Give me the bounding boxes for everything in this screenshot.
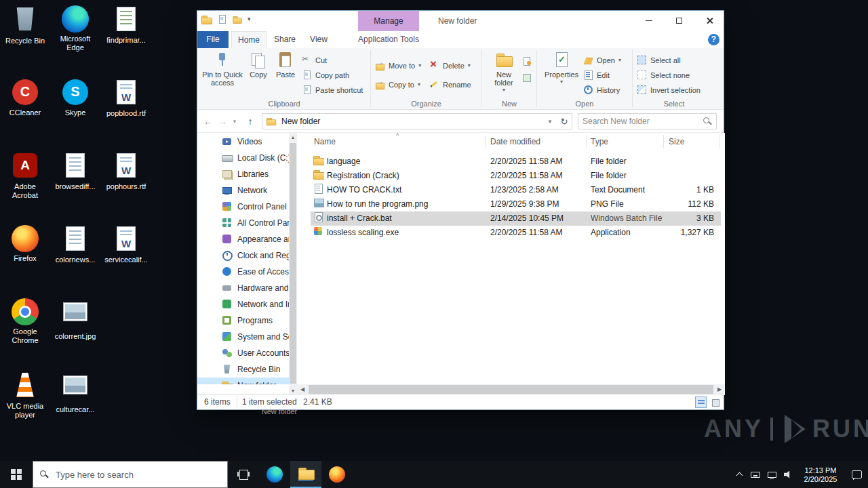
desktop-icon-adobe-acrobat[interactable]: Adobe Acrobat <box>1 152 50 200</box>
taskbar-search-input[interactable] <box>53 470 222 480</box>
select-none-button[interactable]: Select none <box>637 68 690 81</box>
copy-to-button[interactable]: Copy to ▾ <box>375 78 420 91</box>
nav-item-ease-of-access[interactable]: Ease of Access <box>197 264 289 280</box>
nav-item-appearance[interactable]: Appearance an <box>197 231 289 247</box>
desktop-icon-microsoft-edge[interactable]: Microsoft Edge <box>51 5 100 52</box>
file-row-lossless-scaling-exe[interactable]: lossless scaling.exe 2/20/2025 11:58 AM … <box>311 226 721 240</box>
desktop-icon-browsediff[interactable]: browsediff... <box>51 152 100 191</box>
desktop-icon-findprimar[interactable]: findprimar... <box>102 5 151 45</box>
title-bar[interactable]: ▾ Manage New folder <box>197 11 724 31</box>
nav-item-system-security[interactable]: System and Se <box>197 329 289 345</box>
thumbnail-view-button[interactable] <box>709 396 721 408</box>
nav-item-all-control-panel-items[interactable]: All Control Par <box>197 215 289 231</box>
file-row-language[interactable]: language 2/20/2025 11:58 AM File folder <box>311 155 721 169</box>
column-separator[interactable] <box>486 135 486 148</box>
back-button[interactable]: ← <box>201 115 215 128</box>
desktop-icon-google-chrome[interactable]: Google Chrome <box>1 298 50 345</box>
desktop-icon-recycle-bin[interactable]: Recycle Bin <box>1 5 50 45</box>
desktop-icon-colorrent[interactable]: colorrent.jpg <box>51 298 100 341</box>
maximize-button[interactable] <box>664 11 694 30</box>
edit-button[interactable]: Edit <box>583 68 610 81</box>
file-row-how-to-run-the-program-png[interactable]: How to run the program.png 1/29/2025 9:3… <box>311 197 721 211</box>
nav-item-network[interactable]: Network <box>197 182 289 199</box>
desktop-icon-ccleaner[interactable]: CCleaner <box>1 79 50 117</box>
taskbar-edge-button[interactable] <box>259 461 290 488</box>
desktop-icon-popblood[interactable]: popblood.rtf <box>102 79 151 118</box>
start-button[interactable] <box>0 461 33 488</box>
move-to-button[interactable]: Move to ▾ <box>375 59 421 72</box>
horizontal-scrollbar-thumb[interactable] <box>309 385 713 394</box>
column-header-date-modified[interactable]: Date modified <box>490 133 540 150</box>
nav-scrollbar-thumb[interactable] <box>290 143 296 384</box>
search-box[interactable] <box>578 113 717 129</box>
qat-properties-icon[interactable] <box>217 14 227 24</box>
delete-button[interactable]: Delete ▾ <box>429 59 471 72</box>
column-separator[interactable] <box>586 135 587 148</box>
taskbar-search[interactable] <box>33 461 228 488</box>
tab-home[interactable]: Home <box>231 31 267 48</box>
properties-button[interactable]: Properties ▾ <box>542 51 580 85</box>
tray-volume-button[interactable] <box>780 461 796 488</box>
forward-button[interactable]: → <box>216 115 229 128</box>
column-header-type[interactable]: Type <box>591 133 608 150</box>
details-view-button[interactable] <box>695 396 707 408</box>
column-header-name[interactable]: Name <box>314 133 336 150</box>
copy-button[interactable]: Copy <box>245 51 272 79</box>
recent-locations-button[interactable]: ▾ <box>230 115 239 128</box>
paste-shortcut-button[interactable]: Paste shortcut <box>302 83 363 96</box>
nav-item-recycle-bin[interactable]: Recycle Bin <box>197 361 289 378</box>
nav-item-control-panel[interactable]: Control Panel <box>197 199 289 215</box>
nav-item-user-accounts[interactable]: User Accounts <box>197 345 289 361</box>
scroll-up-icon[interactable]: ▲ <box>289 133 297 142</box>
qat-new-folder-icon[interactable] <box>233 16 242 24</box>
invert-selection-button[interactable]: Invert selection <box>637 83 701 96</box>
easy-access-button[interactable] <box>521 71 532 84</box>
taskbar-firefox-button[interactable] <box>321 461 353 488</box>
address-box[interactable]: New folder ▾ ↻ <box>262 113 572 129</box>
copy-path-button[interactable]: Copy path <box>302 68 349 81</box>
nav-item-clock-region[interactable]: Clock and Regi <box>197 247 289 264</box>
tab-share[interactable]: Share <box>268 31 302 48</box>
desktop-icon-vlc[interactable]: VLC media player <box>1 371 50 420</box>
up-button[interactable]: ↑ <box>243 115 257 128</box>
nav-item-new-folder[interactable]: New folder <box>197 378 289 384</box>
file-row-registration-crack[interactable]: Registration (Crack) 2/20/2025 11:58 AM … <box>311 169 721 183</box>
select-all-button[interactable]: Select all <box>637 54 681 66</box>
tab-file[interactable]: File <box>197 31 229 48</box>
nav-item-programs[interactable]: Programs <box>197 312 289 329</box>
address-dropdown-button[interactable]: ▾ <box>543 118 557 125</box>
taskbar-clock[interactable]: 12:13 PM 2/20/2025 <box>796 466 845 484</box>
address-path[interactable]: New folder <box>277 117 543 126</box>
refresh-button[interactable]: ↻ <box>557 117 572 127</box>
new-item-button[interactable] <box>521 55 532 68</box>
taskbar-file-explorer-button[interactable] <box>290 461 321 488</box>
tab-view[interactable]: View <box>303 31 334 48</box>
tray-network-button[interactable] <box>764 461 780 488</box>
nav-item-libraries[interactable]: Libraries <box>197 166 289 182</box>
file-row-how-to-crack-txt[interactable]: HOW TO CRACK.txt 1/23/2025 2:58 AM Text … <box>311 183 721 197</box>
column-separator[interactable] <box>663 135 664 148</box>
rename-button[interactable]: Rename <box>429 78 471 91</box>
minimize-button[interactable] <box>633 11 664 30</box>
nav-item-hardware[interactable]: Hardware and <box>197 280 289 296</box>
qat-customize-chevron-icon[interactable]: ▾ <box>248 16 251 22</box>
column-separator[interactable] <box>719 135 719 148</box>
desktop-icon-culturecar[interactable]: culturecar... <box>51 371 100 414</box>
paste-button[interactable]: Paste <box>272 51 299 79</box>
desktop-icon-colornews[interactable]: colornews... <box>51 225 100 264</box>
cut-button[interactable]: Cut <box>302 54 327 66</box>
pin-to-quick-access-button[interactable]: Pin to Quick access <box>201 51 243 87</box>
nav-scrollbar[interactable]: ▲ ▼ <box>289 133 297 395</box>
new-folder-button[interactable]: New folder ▾ <box>486 51 521 93</box>
task-view-button[interactable] <box>228 461 259 488</box>
nav-item-network-internet[interactable]: Network and Ir <box>197 296 289 312</box>
desktop-icon-pophours[interactable]: pophours.rtf <box>102 152 151 191</box>
desktop-icon-firefox[interactable]: Firefox <box>1 225 50 263</box>
open-button[interactable]: Open ▾ <box>583 54 621 66</box>
desktop-icon-skype[interactable]: Skype <box>51 79 100 117</box>
history-button[interactable]: History <box>583 83 620 96</box>
tray-show-hidden-icons-button[interactable] <box>731 461 747 488</box>
tray-keyboard-button[interactable] <box>747 461 764 488</box>
search-input[interactable] <box>578 117 702 126</box>
column-header-size[interactable]: Size <box>669 133 684 150</box>
